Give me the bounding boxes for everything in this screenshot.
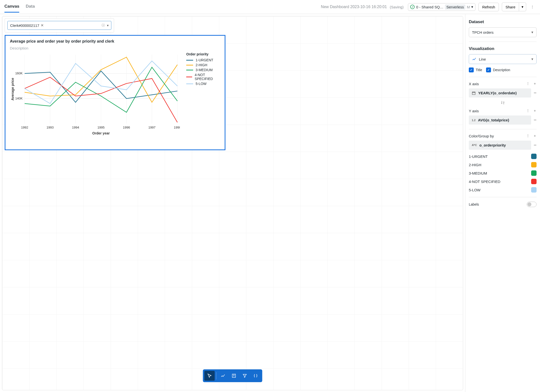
color-group-item[interactable]: 5-LOW — [469, 187, 537, 193]
y-axis-add-icon[interactable]: ＋ — [533, 109, 537, 113]
color-group-item[interactable]: 2-HIGH — [469, 162, 537, 167]
svg-text:1995: 1995 — [98, 126, 105, 129]
dataset-select[interactable]: TPCH orders ▾ — [469, 27, 537, 37]
y-axis-remove-icon[interactable]: − — [534, 117, 537, 123]
color-group-label: 2-HIGH — [469, 163, 481, 167]
legend-item[interactable]: 4-NOT SPECIFIED — [186, 73, 220, 81]
dataset-section-title: Dataset — [469, 19, 537, 24]
dataset-select-value: TPCH orders — [472, 30, 494, 34]
tool-filter[interactable] — [240, 371, 250, 381]
y-axis-menu-icon[interactable]: ⋮ — [526, 109, 530, 113]
legend-item[interactable]: 1-URGENT — [186, 58, 220, 62]
color-group-item[interactable]: 1-URGENT — [469, 154, 537, 159]
color-group-item[interactable]: 4-NOT SPECIFIED — [469, 179, 537, 184]
legend-item-label: 1-URGENT — [196, 58, 213, 62]
y-axis-field[interactable]: 1.2 AVG(o_totalprice) — [469, 115, 531, 125]
legend-item-label: 5-LOW — [196, 82, 206, 86]
x-axis-field[interactable]: YEARLY(o_orderdate) — [469, 88, 531, 98]
svg-text:160K: 160K — [15, 71, 23, 75]
svg-text:1997: 1997 — [148, 126, 155, 129]
title-checkbox[interactable]: ✓ — [469, 67, 474, 72]
labels-label: Labels — [469, 202, 479, 206]
x-axis-remove-icon[interactable]: − — [534, 90, 537, 96]
line-chart-icon — [472, 57, 476, 61]
svg-text:Average price: Average price — [11, 78, 15, 100]
legend-swatch — [186, 83, 193, 84]
description-checkbox-label: Description — [493, 68, 510, 72]
svg-text:140K: 140K — [15, 97, 23, 100]
legend-swatch — [186, 60, 193, 61]
group-by-add-icon[interactable]: ＋ — [533, 134, 537, 138]
color-swatch[interactable] — [531, 162, 537, 167]
share-button[interactable]: Share — [502, 2, 519, 11]
filter-widget[interactable]: Clerk#000002117 ✕ ⓧ ▾ — [5, 18, 114, 33]
clear-filter-icon[interactable]: ⓧ — [101, 23, 105, 28]
group-by-field-text: o_orderpriority — [479, 143, 506, 147]
x-axis-add-icon[interactable]: ＋ — [533, 82, 537, 86]
dashboard-title[interactable]: New Dashboard 2023-10-16 16:20:01 — [321, 5, 387, 9]
legend-item-label: 4-NOT SPECIFIED — [195, 73, 220, 81]
legend-item-label: 2-HIGH — [196, 63, 207, 67]
description-checkbox[interactable]: ✓ — [486, 67, 491, 72]
warehouse-selector[interactable]: ✓ 0 - Shared SQ… Serverless M ▾ — [408, 3, 475, 11]
x-axis-label: X axis — [469, 82, 479, 86]
share-menu-button[interactable]: ▾ — [519, 2, 526, 11]
svg-text:Order year: Order year — [92, 131, 110, 135]
app-header: Canvas Data New Dashboard 2023-10-16 16:… — [0, 0, 540, 14]
string-type-icon: AᵇC — [472, 144, 477, 147]
canvas-toolbar — [203, 369, 262, 382]
svg-text:1994: 1994 — [72, 126, 79, 129]
viz-section-title: Visualization — [469, 46, 537, 51]
swap-axes-icon[interactable] — [501, 100, 505, 106]
x-axis-menu-icon[interactable]: ⋮ — [526, 82, 530, 86]
tab-canvas[interactable]: Canvas — [4, 4, 19, 13]
share-group: Share ▾ — [502, 2, 526, 11]
legend-swatch — [186, 70, 193, 70]
chip-remove-icon[interactable]: ✕ — [41, 23, 44, 28]
color-swatch[interactable] — [531, 187, 537, 193]
filter-input[interactable]: Clerk#000002117 ✕ ⓧ ▾ — [7, 21, 111, 30]
legend-item[interactable]: 5-LOW — [186, 82, 220, 86]
chart-title[interactable]: Average price and order year by order pr… — [10, 39, 220, 44]
chevron-down-icon[interactable]: ▾ — [107, 23, 109, 27]
x-axis-field-text: YEARLY(o_orderdate) — [478, 91, 517, 95]
group-by-field[interactable]: AᵇC o_orderpriority — [469, 141, 531, 150]
legend-swatch — [186, 65, 193, 65]
color-group-item[interactable]: 3-MEDIUM — [469, 170, 537, 176]
chevron-down-icon: ▾ — [531, 57, 533, 61]
legend-item[interactable]: 2-HIGH — [186, 63, 220, 67]
tool-chart[interactable] — [218, 371, 228, 381]
title-checkbox-label: Title — [476, 68, 482, 72]
tool-select[interactable] — [204, 371, 215, 381]
tool-text[interactable] — [229, 371, 239, 381]
labels-toggle[interactable] — [527, 202, 537, 207]
warehouse-name: 0 - Shared SQ… — [416, 5, 443, 9]
legend-swatch — [186, 77, 192, 77]
warehouse-mode: Serverless — [445, 4, 465, 10]
canvas-area[interactable]: Clerk#000002117 ✕ ⓧ ▾ Average price and … — [2, 16, 463, 390]
chart-widget[interactable]: Average price and order year by order pr… — [5, 35, 225, 150]
filter-chip[interactable]: Clerk#000002117 ✕ — [10, 23, 44, 28]
color-swatch[interactable] — [531, 154, 537, 159]
warehouse-size: M — [467, 5, 470, 9]
group-by-remove-icon[interactable]: − — [534, 142, 537, 148]
group-by-label: Color/Group by — [469, 134, 494, 138]
tab-data[interactable]: Data — [26, 4, 35, 13]
svg-text:1998: 1998 — [174, 126, 180, 129]
status-ok-icon: ✓ — [410, 5, 415, 9]
calendar-icon — [472, 91, 476, 95]
legend-item-label: 3-MEDIUM — [196, 68, 213, 72]
viz-type-select[interactable]: Line ▾ — [469, 54, 537, 64]
chart-plot-area: 140K160K1992199319941995199619971998Orde… — [10, 52, 180, 137]
group-by-menu-icon[interactable]: ⋮ — [526, 134, 530, 138]
color-swatch[interactable] — [531, 179, 537, 184]
overflow-menu-icon[interactable]: ⋮ — [529, 3, 536, 11]
chart-description[interactable]: Description — [10, 46, 220, 50]
tool-parameter[interactable] — [251, 371, 261, 381]
legend-item[interactable]: 3-MEDIUM — [186, 68, 220, 72]
color-group-label: 5-LOW — [469, 188, 481, 192]
y-axis-label: Y axis — [469, 109, 479, 113]
color-swatch[interactable] — [531, 170, 537, 176]
viz-type-value: Line — [479, 57, 486, 61]
refresh-button[interactable]: Refresh — [478, 3, 499, 11]
